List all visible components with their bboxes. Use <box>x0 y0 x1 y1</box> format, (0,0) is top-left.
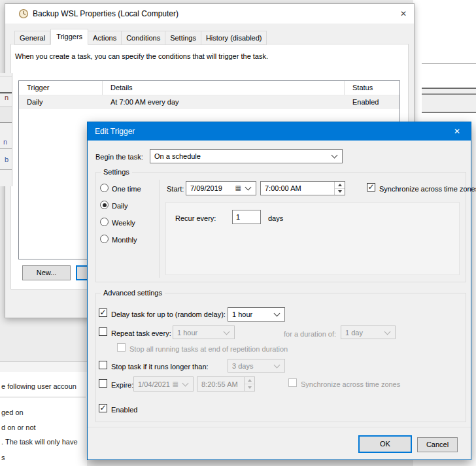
divider <box>422 63 476 64</box>
radio-one-time[interactable] <box>100 184 109 192</box>
settings-group-label: Settings <box>101 167 132 176</box>
repeat-task-dropdown: 1 hour <box>173 325 235 339</box>
cancel-button[interactable]: Cancel <box>417 437 458 452</box>
table-row[interactable]: Daily At 7:00 AM every day Enabled <box>19 95 400 109</box>
screen: e following user accoun ged on d on or n… <box>0 0 476 466</box>
delay-task-value: 1 hour <box>228 310 272 318</box>
clipped-text: d on or not <box>1 424 36 431</box>
expire-label: Expire: <box>111 380 133 390</box>
background-window-left-strip: n n b <box>0 73 12 186</box>
radio-daily[interactable] <box>100 201 109 209</box>
background-band <box>0 107 12 122</box>
close-icon[interactable]: ✕ <box>396 7 411 21</box>
tab-actions[interactable]: Actions <box>88 31 122 45</box>
stop-task-dropdown: 3 days <box>228 359 285 373</box>
chevron-down-icon <box>245 184 252 191</box>
start-time-spinner[interactable]: 7:00:00 AM <box>260 181 345 195</box>
sync-timezones-label: Synchronize across time zones <box>379 184 476 193</box>
radio-daily-label: Daily <box>112 201 128 210</box>
ok-button[interactable]: OK <box>358 435 412 453</box>
stop-task-value: 3 days <box>228 362 272 370</box>
tab-general[interactable]: General <box>14 31 50 45</box>
recur-unit-label: days <box>268 214 283 223</box>
check-icon: ✓ <box>99 405 107 412</box>
spin-up-icon <box>248 379 252 382</box>
tab-conditions[interactable]: Conditions <box>122 31 165 45</box>
expire-time-spinner: 8:20:55 AM <box>197 376 255 391</box>
tab-history[interactable]: History (disabled) <box>201 31 267 45</box>
task-clock-icon <box>18 8 29 19</box>
recur-every-label: Recur every: <box>175 214 216 223</box>
divider <box>0 148 12 149</box>
divider <box>422 88 476 89</box>
check-icon: ✓ <box>99 309 107 316</box>
clipped-text: e following user accoun <box>1 382 76 390</box>
start-label: Start: <box>167 184 184 193</box>
divider <box>0 169 12 170</box>
repeat-task-label: Repeat task every: <box>111 329 171 338</box>
begin-task-label: Begin the task: <box>95 152 143 161</box>
edit-trigger-titlebar[interactable]: Edit Trigger ✕ <box>88 122 471 141</box>
divider <box>0 122 12 123</box>
cell-details: At 7:00 AM every day <box>103 95 345 109</box>
expire-date-picker: 1/04/2021 ▦ <box>133 376 194 391</box>
dialog-title: Edit Trigger <box>95 122 135 141</box>
radio-monthly-label: Monthly <box>112 235 137 244</box>
divider <box>422 93 476 95</box>
new-trigger-button[interactable]: New... <box>22 265 71 280</box>
divider <box>0 397 86 397</box>
clipped-text: . The task will only have <box>1 438 78 446</box>
spinner-buttons[interactable] <box>334 182 345 195</box>
stop-task-checkbox[interactable] <box>99 361 107 369</box>
duration-dropdown: 1 day <box>341 325 396 339</box>
recur-every-input[interactable] <box>232 210 261 224</box>
advanced-settings-group-label: Advanced settings <box>101 288 165 297</box>
stop-all-tasks-checkbox <box>117 343 126 352</box>
cell-trigger: Daily <box>19 95 103 109</box>
chevron-down-icon <box>182 380 189 386</box>
daily-settings-panel <box>165 202 460 275</box>
chevron-down-icon <box>384 328 391 335</box>
delay-task-dropdown[interactable]: 1 hour <box>228 307 285 322</box>
spin-down-icon <box>248 386 252 389</box>
spinner-buttons <box>244 377 254 391</box>
delay-task-label: Delay task for up to (random delay): <box>111 310 226 319</box>
delay-task-checkbox[interactable]: ✓ <box>99 308 107 317</box>
tab-strip: General Triggers Actions Conditions Sett… <box>14 31 267 45</box>
stop-task-label: Stop task if it runs longer than: <box>111 362 209 371</box>
background-band <box>0 362 87 372</box>
radio-monthly[interactable] <box>100 235 109 243</box>
repeat-task-checkbox[interactable] <box>99 327 107 336</box>
chevron-down-icon <box>274 361 280 368</box>
spin-down-icon <box>338 190 342 193</box>
calendar-icon: ▦ <box>235 185 241 191</box>
enabled-checkbox[interactable]: ✓ <box>99 404 107 412</box>
expire-sync-label: Synchronize across time zones <box>301 380 400 389</box>
start-time-value: 7:00:00 AM <box>261 184 334 192</box>
start-date-value: 7/09/2019 <box>186 184 235 192</box>
chevron-down-icon <box>274 310 280 317</box>
column-header-status[interactable]: Status <box>345 81 400 95</box>
sync-timezones-checkbox[interactable]: ✓ <box>367 183 375 191</box>
vertical-separator <box>159 180 160 278</box>
chevron-down-icon <box>332 152 338 159</box>
properties-titlebar[interactable]: Backup WSL Properties (Local Computer) ✕ <box>5 4 414 24</box>
divider <box>422 112 476 113</box>
clipped-text: ged on <box>1 408 24 416</box>
begin-task-dropdown[interactable]: On a schedule <box>150 149 343 163</box>
tab-settings[interactable]: Settings <box>165 31 201 45</box>
column-header-trigger[interactable]: Trigger <box>19 81 103 95</box>
duration-label: for a duration of: <box>284 329 336 339</box>
column-header-details[interactable]: Details <box>103 81 345 95</box>
radio-weekly[interactable] <box>100 218 109 226</box>
begin-task-value: On a schedule <box>150 152 330 160</box>
tab-description: When you create a task, you can specify … <box>15 52 268 60</box>
start-date-picker[interactable]: 7/09/2019 ▦ <box>186 181 256 195</box>
radio-one-time-label: One time <box>112 184 141 193</box>
stop-all-tasks-label: Stop all running tasks at end of repetit… <box>129 344 288 354</box>
close-icon[interactable]: ✕ <box>443 122 471 141</box>
expire-checkbox[interactable] <box>99 379 107 388</box>
tab-triggers[interactable]: Triggers <box>50 29 88 45</box>
background-band <box>422 89 476 112</box>
footer-separator <box>88 427 471 427</box>
